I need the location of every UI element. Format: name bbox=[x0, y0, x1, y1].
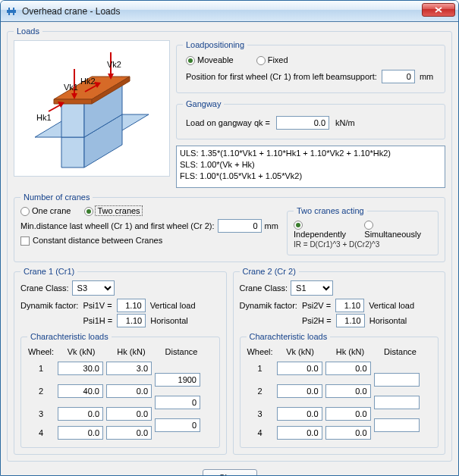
crane1-psih-label: Psi1H = bbox=[83, 316, 112, 325]
number-of-cranes-legend: Number of cranes bbox=[20, 193, 93, 202]
two-cranes-acting-group: Two cranes acting Independently Simultan… bbox=[287, 206, 439, 255]
radio-simultaneously[interactable]: Simultaneously bbox=[364, 220, 432, 239]
gangway-unit: kN/m bbox=[335, 118, 355, 127]
table-row: 1 bbox=[247, 358, 432, 379]
crane1-legend: Crane 1 (Cr1) bbox=[20, 267, 77, 276]
crane1-vk-input[interactable] bbox=[58, 384, 103, 398]
crane1-hk-input[interactable] bbox=[106, 407, 152, 421]
wheel-label: 3 bbox=[247, 409, 274, 418]
svg-text:Vk1: Vk1 bbox=[64, 83, 78, 92]
svg-marker-4 bbox=[61, 137, 84, 168]
gangway-group: Gangway Load on gangway qk = kN/m bbox=[176, 99, 445, 139]
checkbox-constant-distance[interactable]: Constant distance between Cranes bbox=[20, 236, 162, 246]
formulas-box[interactable] bbox=[176, 146, 445, 188]
min-distance-label: Min.distance last wheell (Cr 1) and firs… bbox=[20, 221, 215, 230]
svg-text:Vk2: Vk2 bbox=[107, 60, 121, 69]
crane2-vk-input[interactable] bbox=[277, 362, 322, 375]
crane1-distance-input[interactable] bbox=[155, 373, 200, 387]
beam-diagram: Vk1 Vk2 Hk1 Hk2 bbox=[14, 40, 170, 177]
crane1-vk-input[interactable] bbox=[58, 407, 103, 421]
crane2-class-select[interactable]: S1 bbox=[291, 280, 333, 296]
radio-one-crane[interactable]: One crane bbox=[20, 206, 71, 216]
wheel-label: 1 bbox=[27, 364, 55, 373]
crane1-hk-input[interactable] bbox=[106, 362, 152, 375]
first-wheel-pos-label: Position for first wheel (Cr 1) from lef… bbox=[186, 72, 377, 81]
crane1-hk-input[interactable] bbox=[106, 384, 152, 398]
min-distance-input[interactable] bbox=[218, 219, 262, 233]
crane2-vk-input[interactable] bbox=[277, 407, 322, 421]
svg-rect-2 bbox=[13, 8, 14, 15]
crane1-hk-input[interactable] bbox=[106, 426, 152, 440]
crane2-hk-input[interactable] bbox=[325, 426, 371, 440]
crane1-dyn-label: Dynamik factor: bbox=[20, 301, 78, 310]
crane2-distance-input[interactable] bbox=[374, 373, 420, 387]
titlebar[interactable]: Overhead crane - Loads bbox=[1, 1, 458, 22]
crane1-psiv-label: Psi1V = bbox=[83, 301, 112, 310]
window-close-button[interactable] bbox=[422, 3, 455, 17]
crane1-distance-input[interactable] bbox=[155, 396, 200, 409]
crane2-vk-input[interactable] bbox=[277, 426, 322, 440]
crane2-hk-input[interactable] bbox=[325, 384, 371, 398]
crane2-psiv-input[interactable] bbox=[335, 299, 364, 312]
crane1-class-label: Crane Class: bbox=[20, 283, 69, 293]
crane1-class-select[interactable]: S3 bbox=[72, 280, 115, 296]
crane2-class-label: Crane Class: bbox=[240, 283, 288, 293]
gangway-legend: Gangway bbox=[183, 99, 224, 108]
crane2-psiv-suffix: Vertical load bbox=[369, 301, 414, 310]
crane1-vk-input[interactable] bbox=[58, 362, 103, 375]
crane2-distance-input[interactable] bbox=[374, 396, 420, 409]
crane2-hk-input[interactable] bbox=[325, 407, 371, 421]
wheel-label: 1 bbox=[247, 364, 274, 373]
crane1-vk-input[interactable] bbox=[58, 426, 103, 440]
crane1-charloads-group: Charachteristic loads Wheel: Vk (kN) Hk … bbox=[20, 332, 220, 448]
loadpositioning-legend: Loadpositioning bbox=[183, 40, 247, 49]
crane2-dyn-label: Dynamik factor: bbox=[240, 301, 297, 310]
close-button[interactable]: Close bbox=[203, 469, 257, 476]
crane2-psih-input[interactable] bbox=[336, 314, 365, 327]
wheel-label: 3 bbox=[27, 409, 55, 418]
table-row: 1 bbox=[27, 358, 213, 379]
crane2-charloads-group: Charachteristic loads Wheel: Vk (kN) Hk … bbox=[240, 332, 439, 448]
dialog-window: Overhead crane - Loads Loads bbox=[0, 0, 459, 476]
two-cranes-acting-legend: Two cranes acting bbox=[294, 206, 367, 215]
crane2-table: Wheel: Vk (kN) Hk (kN) Distance 1234 bbox=[247, 346, 432, 440]
radio-two-cranes[interactable]: Two cranes bbox=[84, 206, 141, 216]
svg-text:Hk2: Hk2 bbox=[80, 77, 96, 86]
min-distance-unit: mm bbox=[265, 221, 278, 230]
crane1-charloads-legend: Charachteristic loads bbox=[27, 332, 112, 341]
crane1-psih-suffix: Horisontal bbox=[150, 316, 188, 325]
two-acting-note: IR = D(Cr1)^3 + D(Cr2)^3 bbox=[294, 239, 432, 249]
crane2-charloads-legend: Charachteristic loads bbox=[247, 332, 331, 341]
radio-fixed[interactable]: Fixed bbox=[256, 55, 288, 65]
crane2-distance-input[interactable] bbox=[374, 418, 420, 432]
svg-rect-0 bbox=[7, 10, 16, 13]
gangway-label: Load on gangway qk = bbox=[186, 118, 270, 127]
wheel-label: 2 bbox=[247, 387, 274, 396]
crane2-hk-input[interactable] bbox=[325, 362, 371, 375]
crane1-table: Wheel: Vk (kN) Hk (kN) Distance 1234 bbox=[27, 346, 213, 440]
radio-independently[interactable]: Independently bbox=[294, 220, 357, 239]
client-area: Loads bbox=[1, 22, 458, 476]
first-wheel-pos-input[interactable] bbox=[382, 70, 415, 83]
number-of-cranes-group: Number of cranes One crane Two cranes Mi… bbox=[14, 193, 445, 262]
svg-text:Hk1: Hk1 bbox=[36, 113, 52, 122]
loads-group: Loads bbox=[7, 27, 452, 462]
crane1-psih-input[interactable] bbox=[117, 314, 146, 327]
app-icon bbox=[5, 5, 17, 17]
wheel-label: 4 bbox=[27, 428, 55, 437]
radio-moveable[interactable]: Moveable bbox=[186, 55, 234, 65]
crane2-group: Crane 2 (Cr 2) Crane Class: S1 Dynamik f… bbox=[233, 267, 446, 455]
first-wheel-pos-unit: mm bbox=[420, 72, 433, 81]
svg-marker-6 bbox=[61, 99, 84, 137]
crane2-legend: Crane 2 (Cr 2) bbox=[240, 267, 299, 276]
crane1-psiv-input[interactable] bbox=[117, 299, 146, 312]
crane1-distance-input[interactable] bbox=[155, 418, 200, 432]
window-title: Overhead crane - Loads bbox=[22, 6, 422, 17]
crane1-psiv-suffix: Vertical load bbox=[150, 301, 196, 310]
wheel-label: 4 bbox=[247, 428, 274, 437]
crane1-group: Crane 1 (Cr1) Crane Class: S3 Dynamik fa… bbox=[14, 267, 227, 455]
gangway-input[interactable] bbox=[276, 116, 329, 130]
loadpositioning-group: Loadpositioning Moveable Fixed Position … bbox=[176, 40, 445, 93]
crane2-psiv-label: Psi2V = bbox=[302, 301, 331, 310]
crane2-vk-input[interactable] bbox=[277, 384, 322, 398]
